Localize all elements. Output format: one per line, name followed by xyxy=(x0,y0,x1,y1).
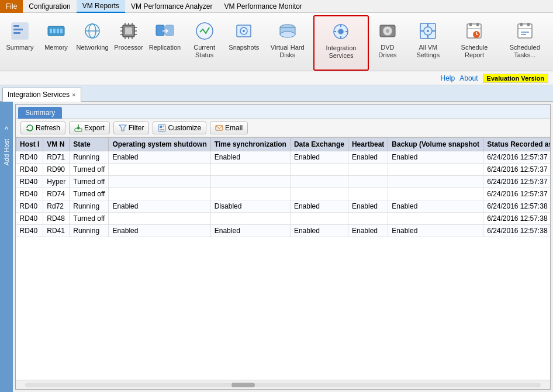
filter-button[interactable]: Filter xyxy=(113,122,150,134)
main-area: ^ Add Host Summary Refresh Export Filter xyxy=(0,102,553,392)
schedule-report-icon xyxy=(462,19,486,43)
networking-icon xyxy=(81,19,104,43)
processor-icon xyxy=(117,19,140,43)
memory-icon xyxy=(44,19,68,43)
top-right-bar: Help About Evaluation Version xyxy=(0,71,553,85)
ribbon-btn-summary[interactable]: Summary xyxy=(2,15,37,71)
svg-rect-3 xyxy=(13,32,20,34)
replication-icon xyxy=(153,19,177,43)
menu-file[interactable]: File xyxy=(0,0,23,13)
menu-vm-performance-analyzer[interactable]: VM Performance Analyzer xyxy=(125,0,218,13)
table-header-row: Host I VM N State Operating system shutd… xyxy=(16,138,551,151)
col-data-exchange: Data Exchange xyxy=(290,138,348,151)
scrollbar-thumb[interactable] xyxy=(231,383,255,387)
col-vm: VM N xyxy=(43,138,70,151)
menu-vm-performance-monitor[interactable]: VM Performance Monitor xyxy=(218,0,307,13)
sub-tab-summary[interactable]: Summary xyxy=(18,107,62,119)
help-link[interactable]: Help xyxy=(441,74,455,82)
col-host: Host I xyxy=(16,138,43,151)
ribbon-label-current-status: Current Status xyxy=(188,44,221,59)
export-icon xyxy=(74,124,82,132)
col-backup: Backup (Volume snapshot xyxy=(388,138,483,151)
svg-rect-58 xyxy=(518,24,532,38)
ribbon-btn-replication[interactable]: Replication xyxy=(147,15,182,71)
about-link[interactable]: About xyxy=(459,74,478,82)
table-row[interactable]: RD40RD41RunningEnabledEnabledEnabledEnab… xyxy=(16,225,551,237)
ribbon-label-vhd: Virtual Hard Disks xyxy=(267,44,308,59)
left-sidebar: ^ Add Host xyxy=(0,102,13,392)
table-row[interactable]: RD40RD48Turned off6/24/2016 12:57:38 PM xyxy=(16,213,551,225)
ribbon-btn-networking[interactable]: Networking xyxy=(75,15,110,71)
ribbon-btn-scheduled-tasks[interactable]: Scheduled Tasks... xyxy=(499,15,551,71)
svg-rect-26 xyxy=(156,25,164,36)
scrollbar-track xyxy=(25,383,541,387)
add-host-label[interactable]: Add Host xyxy=(2,137,11,168)
table-row[interactable]: RD40RD71RunningEnabledEnabledEnabledEnab… xyxy=(16,151,551,164)
table-row[interactable]: RD40Rd72RunningEnabledDisabledEnabledEna… xyxy=(16,200,551,213)
sidebar-arrow[interactable]: ^ xyxy=(5,125,9,134)
svg-point-43 xyxy=(386,29,389,33)
menu-configuration[interactable]: Configuration xyxy=(23,0,76,13)
scheduled-tasks-icon xyxy=(513,19,537,43)
svg-point-34 xyxy=(280,32,295,37)
table-row[interactable]: RD40RD74Turned off6/24/2016 12:57:37 PM xyxy=(16,188,551,200)
tab-integration-services[interactable]: Integration Services × xyxy=(2,88,81,102)
menu-bar: File Configuration VM Reports VM Perform… xyxy=(0,0,553,13)
ribbon-label-schedule-report: Schedule Report xyxy=(455,44,493,59)
ribbon-label-replication: Replication xyxy=(149,44,181,51)
col-time-sync: Time synchronization xyxy=(210,138,290,151)
svg-rect-53 xyxy=(476,23,479,26)
ribbon-btn-integration-services[interactable]: Integration Services xyxy=(313,15,369,71)
menu-vm-reports[interactable]: VM Reports xyxy=(77,0,125,13)
ribbon-btn-snapshots[interactable]: Snapshots xyxy=(226,15,261,71)
svg-rect-71 xyxy=(163,126,164,127)
svg-rect-2 xyxy=(13,29,23,30)
col-state: State xyxy=(70,138,109,151)
svg-rect-60 xyxy=(527,23,530,26)
table-row[interactable]: RD40HyperTurned off6/24/2016 12:57:37 PM xyxy=(16,176,551,188)
col-os-shutdown: Operating system shutdown xyxy=(109,138,210,151)
refresh-button[interactable]: Refresh xyxy=(20,122,65,134)
ribbon-label-networking: Networking xyxy=(76,44,108,51)
svg-marker-68 xyxy=(119,125,126,131)
ribbon-label-integration-services: Integration Services xyxy=(318,44,364,60)
ribbon: Summary Memory Networking Processor Repl… xyxy=(0,13,553,71)
table-row[interactable]: RD40RD90Turned off6/24/2016 12:57:37 PM xyxy=(16,164,551,176)
customize-button[interactable]: Customize xyxy=(153,122,206,134)
ribbon-label-snapshots: Snapshots xyxy=(229,44,259,51)
vm-settings-icon xyxy=(416,19,440,43)
ribbon-btn-processor[interactable]: Processor xyxy=(111,15,146,71)
ribbon-label-all-vm-settings: All VM Settings xyxy=(410,44,445,59)
ribbon-btn-memory[interactable]: Memory xyxy=(39,15,74,71)
horizontal-scrollbar[interactable] xyxy=(16,380,550,389)
content-area: Summary Refresh Export Filter Customize xyxy=(15,104,551,390)
toolbar: Refresh Export Filter Customize Email xyxy=(16,119,550,137)
current-status-icon xyxy=(193,19,216,43)
ribbon-btn-current-status[interactable]: Current Status xyxy=(184,15,225,71)
svg-point-36 xyxy=(338,29,343,34)
customize-icon xyxy=(158,124,166,132)
filter-icon xyxy=(119,124,127,132)
svg-rect-52 xyxy=(469,23,472,26)
svg-rect-7 xyxy=(57,29,59,33)
svg-rect-13 xyxy=(125,27,132,34)
svg-rect-6 xyxy=(53,29,56,33)
email-icon xyxy=(215,124,223,132)
svg-point-31 xyxy=(243,30,245,32)
snapshots-icon xyxy=(232,19,255,43)
ribbon-label-dvd-drives: DVD Drives xyxy=(374,44,401,59)
svg-point-46 xyxy=(427,30,429,32)
ribbon-btn-vhd[interactable]: Virtual Hard Disks xyxy=(262,15,312,71)
svg-rect-70 xyxy=(160,126,162,128)
data-table-container[interactable]: Host I VM N State Operating system shutd… xyxy=(16,137,550,380)
ribbon-btn-all-vm-settings[interactable]: All VM Settings xyxy=(406,15,450,71)
ribbon-label-scheduled-tasks: Scheduled Tasks... xyxy=(503,44,547,59)
tab-close-btn[interactable]: × xyxy=(72,91,75,98)
ribbon-btn-schedule-report[interactable]: Schedule Report xyxy=(451,15,497,71)
email-button[interactable]: Email xyxy=(210,122,248,134)
tab-bar: Integration Services × xyxy=(0,85,553,102)
sub-tab-bar: Summary xyxy=(16,105,550,119)
ribbon-btn-dvd-drives[interactable]: DVD Drives xyxy=(370,15,405,71)
col-heartbeat: Heartbeat xyxy=(348,138,388,151)
export-button[interactable]: Export xyxy=(69,122,110,134)
